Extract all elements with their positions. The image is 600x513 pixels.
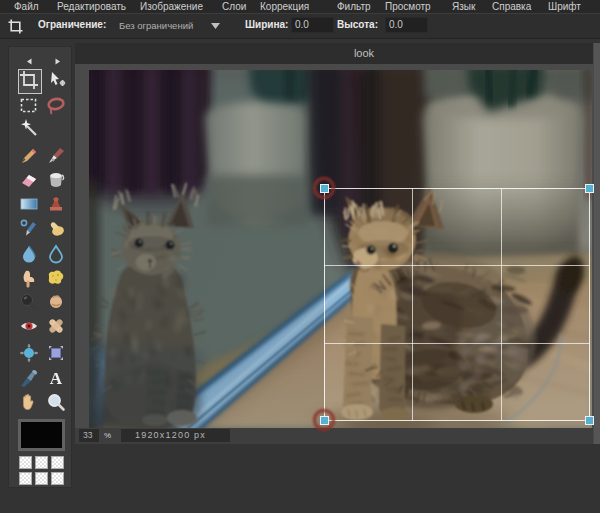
svg-text:A: A xyxy=(50,369,63,388)
